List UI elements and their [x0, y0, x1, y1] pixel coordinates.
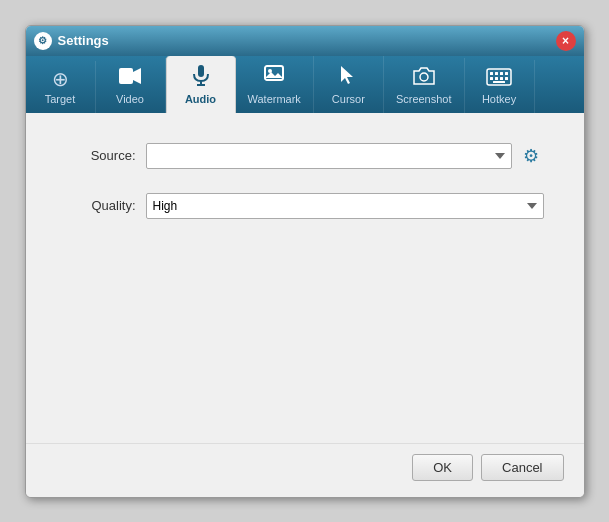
svg-rect-19 [493, 81, 505, 83]
source-gear-button[interactable]: ⚙ [518, 143, 544, 169]
tab-target[interactable]: ⊕ Target [26, 61, 96, 113]
svg-marker-7 [265, 72, 283, 78]
tab-screenshot[interactable]: Screenshot [384, 58, 465, 113]
tab-cursor[interactable]: Cursor [314, 56, 384, 113]
target-icon: ⊕ [52, 69, 69, 89]
tab-watermark-label: Watermark [248, 93, 301, 105]
source-label: Source: [66, 148, 136, 163]
quality-label: Quality: [66, 198, 136, 213]
tab-hotkey-label: Hotkey [482, 93, 516, 105]
video-icon [118, 66, 142, 89]
svg-rect-12 [495, 72, 498, 75]
close-button[interactable]: × [556, 31, 576, 51]
cursor-icon [339, 64, 357, 89]
quality-select-wrapper: High Medium Low [146, 193, 544, 219]
svg-point-9 [420, 73, 428, 81]
source-select[interactable] [146, 143, 512, 169]
svg-rect-14 [505, 72, 508, 75]
tab-audio-label: Audio [185, 93, 216, 105]
tab-video[interactable]: Video [96, 58, 166, 113]
svg-rect-0 [119, 68, 133, 84]
cancel-button[interactable]: Cancel [481, 454, 563, 481]
tab-watermark[interactable]: Watermark [236, 56, 314, 113]
app-icon: ⚙ [34, 32, 52, 50]
tab-cursor-label: Cursor [332, 93, 365, 105]
hotkey-icon [486, 68, 512, 89]
tab-audio[interactable]: Audio [166, 56, 236, 113]
svg-marker-1 [133, 68, 141, 84]
audio-icon [191, 64, 211, 89]
title-bar-left: ⚙ Settings [34, 32, 109, 50]
source-select-wrapper: ⚙ [146, 143, 544, 169]
content-area: Source: ⚙ Quality: High Medium Low [26, 113, 584, 443]
source-row: Source: ⚙ [66, 143, 544, 169]
settings-window: ⚙ Settings × ⊕ Target Video [25, 25, 585, 498]
tab-target-label: Target [45, 93, 76, 105]
svg-rect-17 [500, 77, 503, 80]
quality-row: Quality: High Medium Low [66, 193, 544, 219]
title-bar: ⚙ Settings × [26, 26, 584, 56]
ok-button[interactable]: OK [412, 454, 473, 481]
svg-rect-2 [198, 65, 204, 77]
tab-screenshot-label: Screenshot [396, 93, 452, 105]
tab-bar: ⊕ Target Video Audio [26, 56, 584, 113]
window-title: Settings [58, 33, 109, 48]
tab-video-label: Video [116, 93, 144, 105]
screenshot-icon [412, 66, 436, 89]
svg-rect-16 [495, 77, 498, 80]
quality-select[interactable]: High Medium Low [146, 193, 544, 219]
footer: OK Cancel [26, 443, 584, 497]
svg-rect-11 [490, 72, 493, 75]
svg-rect-18 [505, 77, 508, 80]
svg-rect-15 [490, 77, 493, 80]
watermark-icon [263, 64, 285, 89]
svg-marker-8 [341, 66, 353, 84]
tab-hotkey[interactable]: Hotkey [465, 60, 535, 113]
svg-rect-13 [500, 72, 503, 75]
